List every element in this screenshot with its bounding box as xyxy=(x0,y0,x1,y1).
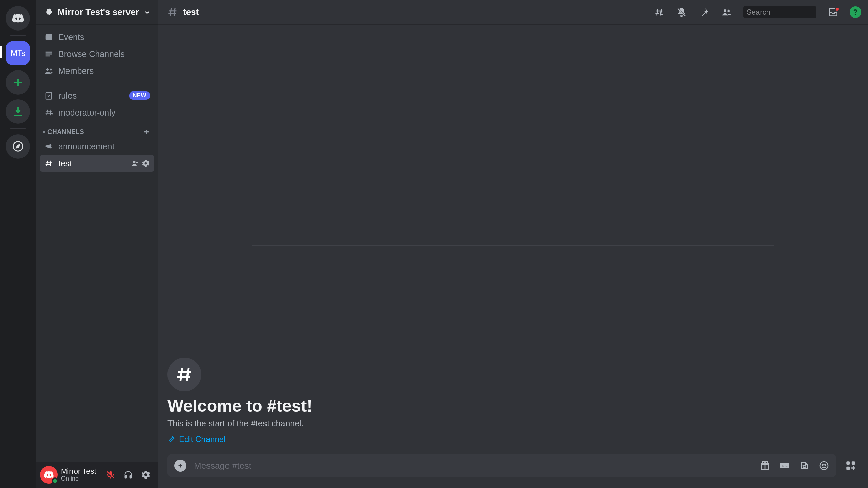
svg-point-4 xyxy=(46,68,49,71)
emoji-button[interactable] xyxy=(818,460,829,471)
member-list-button[interactable] xyxy=(719,5,733,19)
people-icon xyxy=(721,7,732,18)
invite-icon[interactable] xyxy=(131,159,139,167)
discord-logo-icon xyxy=(12,12,24,25)
notification-dot xyxy=(835,7,840,12)
add-server-button[interactable] xyxy=(6,70,30,95)
mute-mic-button[interactable] xyxy=(102,467,119,483)
channel-label: test xyxy=(58,159,126,168)
svg-rect-9 xyxy=(130,475,132,478)
svg-point-18 xyxy=(820,462,828,470)
gear-icon xyxy=(141,470,151,480)
channel-test[interactable]: test xyxy=(40,155,154,172)
welcome-block: Welcome to #test! This is the start of t… xyxy=(167,358,859,454)
emoji-icon xyxy=(818,460,829,471)
message-area: Welcome to #test! This is the start of t… xyxy=(158,24,868,454)
sidebar-item-label: Events xyxy=(58,32,150,42)
svg-point-11 xyxy=(727,9,730,12)
user-meta[interactable]: Mirror Test Online xyxy=(61,467,99,482)
search-input[interactable] xyxy=(747,8,840,17)
hash-icon xyxy=(44,159,54,168)
server-name: Mirror Test's server xyxy=(58,7,143,17)
pencil-icon xyxy=(167,435,176,443)
pinned-button[interactable] xyxy=(697,5,711,19)
channel-moderator-only[interactable]: moderator-only xyxy=(40,104,154,121)
dm-home-button[interactable] xyxy=(6,6,30,30)
chevron-down-icon xyxy=(143,8,151,16)
channel-label: moderator-only xyxy=(58,108,150,118)
edit-channel-link[interactable]: Edit Channel xyxy=(167,434,225,444)
topbar-channel-name: test xyxy=(183,7,199,17)
compass-icon xyxy=(12,140,24,153)
gif-button[interactable]: GIF xyxy=(779,460,790,471)
user-name: Mirror Test xyxy=(61,467,99,475)
people-icon xyxy=(44,66,54,76)
user-settings-button[interactable] xyxy=(138,467,154,483)
message-input[interactable] xyxy=(194,461,752,471)
svg-point-7 xyxy=(133,161,136,163)
user-status: Online xyxy=(61,475,99,482)
megaphone-icon xyxy=(44,142,54,151)
server-active-pill xyxy=(0,46,2,58)
threads-button[interactable] xyxy=(652,5,666,19)
rules-icon xyxy=(44,91,54,100)
sidebar-body: Events Browse Channels Members rules NEW… xyxy=(36,24,158,462)
gift-icon xyxy=(760,460,770,471)
sidebar-item-label: Browse Channels xyxy=(58,49,150,59)
svg-rect-22 xyxy=(852,461,855,465)
topbar: test ? xyxy=(158,0,868,24)
svg-point-16 xyxy=(803,465,804,466)
channel-label: announcement xyxy=(58,142,150,151)
sidebar-item-label: Members xyxy=(58,66,150,76)
channel-rules[interactable]: rules NEW xyxy=(40,87,154,104)
sticker-button[interactable] xyxy=(799,460,810,471)
plus-icon xyxy=(12,76,24,89)
svg-text:GIF: GIF xyxy=(782,464,788,468)
apps-button[interactable] xyxy=(843,458,859,473)
sticker-icon xyxy=(799,460,810,471)
user-panel[interactable]: Mirror Test Online xyxy=(36,462,158,488)
sidebar-item-events[interactable]: Events xyxy=(40,28,154,45)
user-avatar[interactable] xyxy=(40,466,58,484)
composer[interactable]: GIF xyxy=(167,454,836,477)
svg-point-5 xyxy=(50,69,52,71)
gif-icon: GIF xyxy=(779,460,790,471)
svg-point-19 xyxy=(822,464,823,465)
inbox-button[interactable] xyxy=(827,5,840,19)
server-icon-mirror-test[interactable]: MTs xyxy=(6,41,30,65)
svg-point-17 xyxy=(805,465,806,466)
plus-icon[interactable] xyxy=(142,128,151,136)
svg-rect-23 xyxy=(846,467,850,470)
server-header[interactable]: Mirror Test's server xyxy=(36,0,158,24)
explore-servers-button[interactable] xyxy=(6,134,30,159)
channel-announcement[interactable]: announcement xyxy=(40,138,154,155)
calendar-icon xyxy=(44,32,54,42)
welcome-hash-badge xyxy=(167,358,201,391)
headphones-icon xyxy=(123,470,133,480)
date-divider xyxy=(252,245,774,246)
gift-button[interactable] xyxy=(760,460,770,471)
category-channels[interactable]: CHANNELS xyxy=(40,121,154,138)
deafen-button[interactable] xyxy=(120,467,136,483)
gear-icon[interactable] xyxy=(142,159,150,167)
user-controls xyxy=(102,467,154,483)
list-icon xyxy=(44,49,54,59)
download-apps-button[interactable] xyxy=(6,99,30,124)
notifications-button[interactable] xyxy=(675,5,688,19)
search-box[interactable] xyxy=(743,6,816,18)
sidebar-item-browse-channels[interactable]: Browse Channels xyxy=(40,45,154,62)
bell-muted-icon xyxy=(676,7,687,18)
pin-icon xyxy=(698,7,709,18)
threads-icon xyxy=(654,7,665,18)
svg-rect-8 xyxy=(125,475,127,478)
plus-icon xyxy=(177,462,184,469)
mic-muted-icon xyxy=(106,470,115,480)
attach-button[interactable] xyxy=(174,460,186,472)
hash-icon xyxy=(175,365,194,384)
download-icon xyxy=(12,105,24,118)
composer-icons: GIF xyxy=(760,460,829,471)
rail-divider xyxy=(10,128,26,129)
welcome-title: Welcome to #test! xyxy=(167,396,859,416)
help-button[interactable]: ? xyxy=(850,6,861,18)
sidebar-item-members[interactable]: Members xyxy=(40,62,154,79)
